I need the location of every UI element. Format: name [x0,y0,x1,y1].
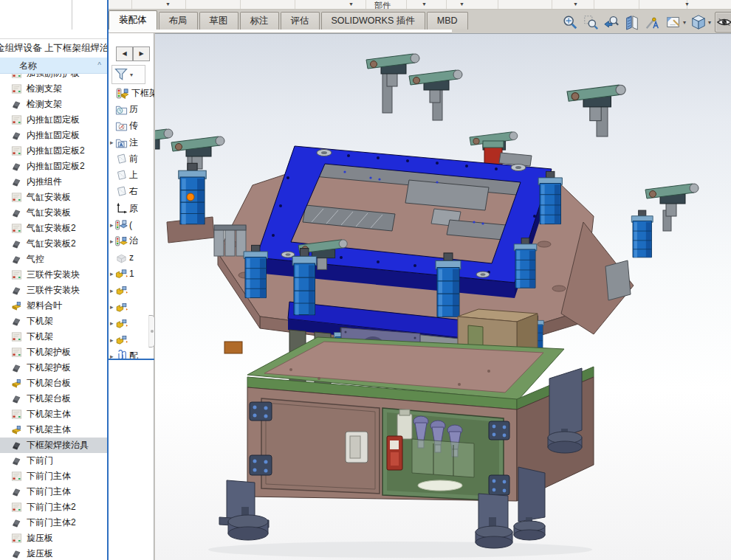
file-row[interactable]: 气缸安装板2 [0,221,107,236]
tree-item[interactable]: z [109,249,154,266]
file-row[interactable]: 下前门主体 [0,469,107,484]
panel-splitter-grip[interactable] [148,315,155,348]
feature-tree-nav: ◀ ▶ [116,46,150,61]
tree-item[interactable]: ▸ [109,331,154,348]
toolbar-dropdown-arrow[interactable]: ▼ [165,1,171,7]
file-row[interactable]: 下前门 [0,453,107,469]
tree-item[interactable]: ▸1 [109,266,154,282]
file-row[interactable]: 下机架护板 [0,345,107,360]
model-stop-block[interactable] [499,153,532,166]
view-orientation-button[interactable]: ▾ [665,12,687,32]
expand-arrow-icon[interactable]: ▸ [109,336,115,344]
file-row[interactable]: 内推组件 [0,174,107,190]
file-row[interactable]: 气缸安装板 [0,190,107,205]
graphics-viewport[interactable] [155,33,731,560]
toolbar-dropdown-arrow[interactable]: ▼ [573,1,578,7]
tab-标注[interactable]: 标注 [240,12,279,30]
tab-草图[interactable]: 草图 [199,12,238,30]
file-row[interactable]: 内推缸固定板 [0,128,107,143]
file-row[interactable]: 下机架 [0,329,107,345]
file-row[interactable]: 气控 [0,252,107,267]
tree-item[interactable]: 传 [109,118,154,134]
toolbar-dropdown-arrow[interactable]: ▼ [684,1,690,7]
tree-item[interactable]: 原 [109,200,154,216]
model-left-door[interactable] [261,398,380,494]
file-row[interactable]: 旋压板 [0,546,107,560]
file-row[interactable]: 下前门主体2 [0,515,107,530]
file-row[interactable]: 塑料合叶 [0,298,107,314]
hide-show-items-button[interactable]: ▾ [715,12,731,32]
drawing-thumb-icon [11,192,22,203]
expand-arrow-icon[interactable]: ▸ [109,270,115,277]
file-row[interactable]: 下机架台板 [0,376,107,391]
part-icon [11,99,22,110]
zoom-area-button[interactable] [582,12,600,32]
file-row[interactable]: 下机架护板 [0,360,107,376]
file-row[interactable]: 下前门主体2 [0,499,107,515]
toolbar-dropdown-arrow[interactable]: ▼ [422,1,427,7]
view-orientation-dropdown-arrow[interactable]: ▾ [683,19,686,26]
tab-MBD[interactable]: MBD [427,12,468,30]
tree-item[interactable]: ▸注 [109,134,154,151]
file-row[interactable]: 下机架台板 [0,391,107,407]
toolbar-dropdown-arrow[interactable]: ▼ [459,1,464,7]
file-row[interactable]: 三联件安装块 [0,283,107,298]
toolbar-separator [498,0,498,10]
expand-arrow-icon[interactable]: ▸ [109,287,115,294]
file-row[interactable]: 气缸安装板 [0,205,107,221]
tree-back-button[interactable]: ◀ [116,46,133,61]
screen: { "file_panel": { "title_text": "金组焊设备 上… [0,0,731,560]
file-row[interactable]: 内推缸固定板2 [0,143,107,159]
expand-arrow-icon[interactable]: ▸ [109,221,115,229]
file-row[interactable]: 内推缸固定板2 [0,159,107,174]
filter-dropdown-arrow[interactable]: ▾ [130,72,133,78]
tree-item[interactable]: ▸ [109,299,154,315]
file-row[interactable]: 下前门主体 [0,484,107,499]
tree-item[interactable]: ▸ [109,283,154,299]
assembly-yellow-icon [115,268,128,280]
tree-item[interactable]: ▸ [109,315,154,331]
name-column-header[interactable]: 名称 ^ [0,58,107,74]
model-pneumatics-window[interactable] [382,408,509,501]
tree-forward-button[interactable]: ▶ [133,46,150,61]
tree-item[interactable]: 右 [109,184,154,200]
zoom-fit-button[interactable] [561,12,579,32]
tree-item[interactable]: 前 [109,151,154,167]
tree-item-label: z [129,252,134,263]
expand-arrow-icon[interactable]: ▸ [109,139,115,146]
tab-评估[interactable]: 评估 [281,12,320,30]
tree-pane-splitter[interactable] [109,359,154,360]
tree-item[interactable]: ▸( [109,216,154,232]
file-row[interactable]: 旋压板 [0,530,107,546]
toolbar-dropdown-arrow[interactable]: ▼ [349,1,354,7]
tab-SOLIDWORKS 插件[interactable]: SOLIDWORKS 插件 [321,12,425,30]
file-row[interactable]: 下机架主体 [0,422,107,438]
tree-item[interactable]: ▸治 [109,233,154,249]
expand-arrow-icon[interactable]: ▸ [109,238,115,245]
tree-item[interactable]: 历 [109,101,154,117]
previous-view-button[interactable] [603,12,620,32]
tree-root-item[interactable]: 下框架 [109,85,154,101]
section-view-button[interactable] [623,12,641,32]
display-style-dropdown-arrow[interactable]: ▾ [708,19,711,26]
file-row[interactable]: 检测支架 [0,97,107,112]
expand-arrow-icon[interactable]: ▸ [109,319,115,327]
annotation-visibility-button[interactable] [644,12,662,32]
file-row[interactable]: 检测支架 [0,81,107,97]
file-row[interactable]: 下机架 [0,314,107,329]
file-row[interactable]: 加强筋防护板 [0,74,107,81]
tab-布局[interactable]: 布局 [159,12,198,30]
tree-item[interactable]: 上 [109,167,154,183]
tree-filter-button[interactable]: ▾ [111,65,145,84]
expand-arrow-icon[interactable]: ▸ [109,303,115,311]
cad-model[interactable] [155,34,731,560]
file-row[interactable]: 下机架主体 [0,407,107,422]
file-row[interactable]: 三联件安装块 [0,267,107,283]
file-row[interactable]: 气缸安装板2 [0,236,107,252]
file-row[interactable]: 内推缸固定板 [0,112,107,128]
tree-item[interactable]: ▸配 [109,348,154,364]
file-list: 加强筋防护板检测支架检测支架内推缸固定板内推缸固定板内推缸固定板2内推缸固定板2… [0,74,107,560]
display-style-button[interactable]: ▾ [690,12,712,32]
file-row[interactable]: 下框架焊接治具 [0,438,107,453]
tab-装配体[interactable]: 装配体 [109,10,157,30]
